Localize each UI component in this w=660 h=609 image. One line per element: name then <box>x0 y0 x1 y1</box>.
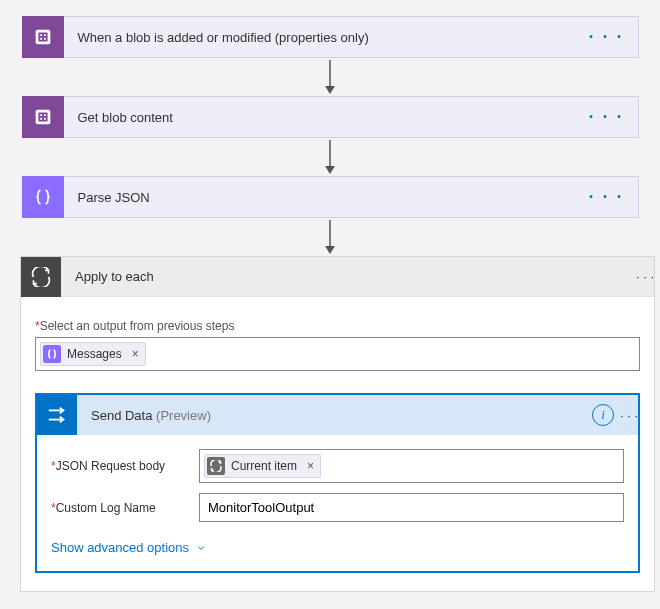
get-blob-title: Get blob content <box>64 110 575 125</box>
trigger-title: When a blob is added or modified (proper… <box>64 30 575 45</box>
apply-to-each-header[interactable]: Apply to each · · · <box>21 257 654 297</box>
apply-to-each-title: Apply to each <box>61 269 636 284</box>
svg-marker-17 <box>325 246 335 254</box>
svg-rect-1 <box>38 32 47 41</box>
svg-rect-2 <box>40 34 42 36</box>
svg-rect-12 <box>40 118 42 120</box>
custom-log-input[interactable] <box>199 493 624 522</box>
remove-token-icon[interactable]: × <box>307 459 314 473</box>
svg-rect-10 <box>40 114 42 116</box>
apply-to-each-container: Apply to each · · · *Select an output fr… <box>20 256 655 592</box>
parse-json-menu-button[interactable]: · · · <box>574 187 637 208</box>
send-data-header[interactable]: Send Data (Preview) i · · · <box>37 395 638 435</box>
blob-storage-icon <box>22 16 64 58</box>
parse-json-icon <box>22 176 64 218</box>
blob-storage-icon <box>22 96 64 138</box>
parse-json-step[interactable]: Parse JSON · · · <box>22 176 639 218</box>
loop-icon <box>21 257 61 297</box>
svg-rect-3 <box>43 34 45 36</box>
parse-json-title: Parse JSON <box>64 190 575 205</box>
svg-marker-7 <box>325 86 335 94</box>
preview-badge: (Preview) <box>156 408 211 423</box>
send-data-title: Send Data (Preview) <box>77 408 592 423</box>
messages-token-label: Messages <box>67 347 122 361</box>
current-item-token-label: Current item <box>231 459 297 473</box>
send-data-card: Send Data (Preview) i · · · *JSON Reques… <box>35 393 640 573</box>
trigger-menu-button[interactable]: · · · <box>574 27 637 48</box>
svg-rect-4 <box>40 38 42 40</box>
connector-arrow <box>20 138 640 176</box>
remove-token-icon[interactable]: × <box>132 347 139 361</box>
chevron-down-icon <box>195 542 207 554</box>
trigger-step[interactable]: When a blob is added or modified (proper… <box>22 16 639 58</box>
messages-token[interactable]: Messages × <box>40 342 146 366</box>
json-body-input[interactable]: Current item × <box>199 449 624 483</box>
svg-rect-9 <box>38 112 47 121</box>
apply-to-each-menu-button[interactable]: · · · <box>636 269 654 284</box>
select-output-input[interactable]: Messages × <box>35 337 640 371</box>
custom-log-label: *Custom Log Name <box>51 501 199 515</box>
svg-rect-11 <box>43 114 45 116</box>
parse-json-icon <box>43 345 61 363</box>
connector-arrow <box>20 218 640 256</box>
current-item-token[interactable]: Current item × <box>204 454 321 478</box>
svg-marker-15 <box>325 166 335 174</box>
loop-icon <box>207 457 225 475</box>
send-data-icon <box>37 395 77 435</box>
get-blob-step[interactable]: Get blob content · · · <box>22 96 639 138</box>
svg-rect-13 <box>43 118 45 120</box>
show-advanced-link[interactable]: Show advanced options <box>51 540 207 555</box>
svg-rect-5 <box>43 38 45 40</box>
send-data-menu-button[interactable]: · · · <box>620 408 638 423</box>
json-body-label: *JSON Request body <box>51 459 199 473</box>
info-icon[interactable]: i <box>592 404 614 426</box>
select-output-label: *Select an output from previous steps <box>35 319 640 333</box>
connector-arrow <box>20 58 640 96</box>
get-blob-menu-button[interactable]: · · · <box>574 107 637 128</box>
